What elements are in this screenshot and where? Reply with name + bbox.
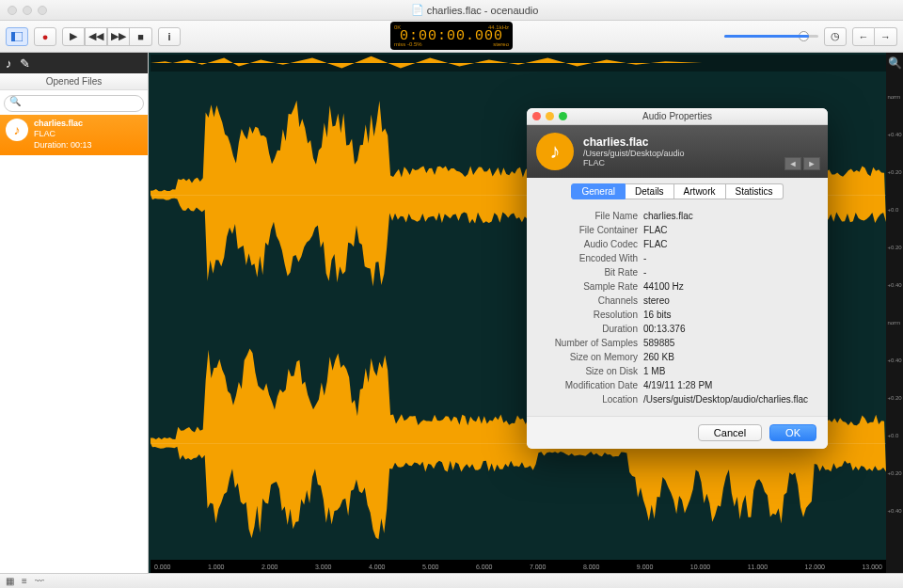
- next-file-button[interactable]: ►: [803, 157, 820, 170]
- property-value: 44100 Hz: [643, 281, 684, 292]
- history-button[interactable]: ◷: [824, 27, 847, 46]
- property-row: File ContainerFLAC: [540, 223, 815, 237]
- property-value: -: [643, 267, 646, 278]
- dialog-body: File Namecharlies.flacFile ContainerFLAC…: [527, 205, 828, 416]
- timeline-tick: 10.000: [690, 564, 710, 570]
- ruler-mark: +0.20: [887, 395, 901, 401]
- property-row: Size on Memory260 KB: [540, 350, 815, 364]
- property-label: Size on Memory: [540, 352, 643, 362]
- music-note-icon: ♪: [536, 133, 574, 170]
- ruler-mark: +0.20: [887, 470, 901, 476]
- files-tab-icon[interactable]: ♪: [6, 56, 12, 71]
- dialog-header: ♪ charlies.flac /Users/guist/Desktop/aud…: [527, 125, 828, 178]
- property-row: Channelsstereo: [540, 294, 815, 308]
- cancel-button[interactable]: Cancel: [698, 424, 762, 441]
- time-tl: 0K: [394, 24, 401, 30]
- dialog-zoom[interactable]: [559, 112, 567, 120]
- time-tr: 44.1kHz: [488, 24, 509, 30]
- ruler-mark: norm: [887, 94, 901, 100]
- timeline-tick: 7.000: [530, 564, 547, 570]
- timeline-ruler[interactable]: 0.0001.0002.0003.0004.0005.0006.0007.000…: [150, 560, 886, 573]
- property-row: Location/Users/guist/Desktop/audio/charl…: [540, 392, 815, 406]
- timeline-tick: 5.000: [422, 564, 439, 570]
- transport-group: ▶ ◀◀ ▶▶ ■: [62, 27, 152, 46]
- timeline-tick: 2.000: [261, 564, 278, 570]
- time-display: 0K 44.1kHz 0:00:00.000 miss -0.5% stereo: [390, 22, 513, 50]
- ok-button[interactable]: OK: [769, 424, 816, 441]
- ruler-mark: norm: [887, 320, 901, 326]
- volume-slider[interactable]: [724, 35, 818, 38]
- property-value: 1 MB: [643, 366, 665, 376]
- ruler-mark: +0.20: [887, 245, 901, 250]
- svg-rect-1: [11, 32, 15, 41]
- view-wave-icon[interactable]: 〰: [35, 576, 44, 586]
- edit-tab-icon[interactable]: ✎: [20, 56, 30, 71]
- sidebar-toggle[interactable]: [6, 27, 28, 46]
- file-name: charlies.flac: [34, 119, 92, 130]
- dialog-file-name: charlies.flac: [583, 135, 685, 149]
- property-value: charlies.flac: [643, 211, 693, 221]
- tab-statistics[interactable]: Statistics: [726, 183, 784, 199]
- dialog-tabs: GeneralDetailsArtworkStatistics: [527, 178, 828, 205]
- property-row: Sample Rate44100 Hz: [540, 279, 815, 294]
- timeline-tick: 0.000: [154, 564, 171, 570]
- ruler-mark: +0.40: [887, 132, 901, 137]
- tab-details[interactable]: Details: [626, 183, 674, 199]
- property-label: Audio Codec: [540, 239, 643, 249]
- window-title: charlies.flac - ocenaudio: [427, 5, 539, 16]
- tab-artwork[interactable]: Artwork: [674, 183, 726, 199]
- timeline-tick: 4.000: [369, 564, 386, 570]
- dialog-minimize[interactable]: [546, 112, 554, 120]
- ruler-mark: +0.0: [887, 207, 901, 213]
- property-row: Encoded With-: [540, 251, 815, 265]
- property-label: File Name: [540, 211, 643, 221]
- waveform-overview[interactable]: [150, 55, 886, 72]
- next-button[interactable]: →: [875, 27, 897, 46]
- prev-file-button[interactable]: ◄: [784, 157, 801, 170]
- ruler-mark: +0.40: [887, 508, 901, 514]
- timeline-tick: 11.000: [748, 564, 768, 570]
- sidebar-header: Opened Files: [0, 73, 148, 90]
- zoom-icon[interactable]: 🔍: [888, 56, 902, 70]
- property-value: 589885: [643, 338, 674, 348]
- close-window[interactable]: [8, 6, 17, 15]
- property-row: Number of Samples589885: [540, 336, 815, 350]
- property-value: 4/19/11 1:28 PM: [643, 380, 712, 390]
- view-list-icon[interactable]: ≡: [22, 576, 27, 586]
- property-label: Bit Rate: [540, 267, 643, 278]
- property-row: File Namecharlies.flac: [540, 209, 815, 223]
- minimize-window[interactable]: [23, 6, 32, 15]
- dialog-footer: Cancel OK: [527, 416, 828, 449]
- stop-button[interactable]: ■: [130, 27, 152, 46]
- info-button[interactable]: i: [158, 27, 181, 46]
- search-input[interactable]: [4, 95, 144, 112]
- rewind-button[interactable]: ◀◀: [85, 27, 107, 46]
- audio-properties-dialog: Audio Properties ♪ charlies.flac /Users/…: [527, 108, 828, 449]
- property-value: /Users/guist/Desktop/audio/charlies.flac: [643, 394, 808, 405]
- play-button[interactable]: ▶: [62, 27, 85, 46]
- property-label: Channels: [540, 295, 643, 306]
- dialog-titlebar[interactable]: Audio Properties: [527, 108, 828, 125]
- sidebar-tabs: ♪ ✎: [0, 53, 148, 73]
- timeline-tick: 3.000: [315, 564, 332, 570]
- zoom-window[interactable]: [38, 6, 47, 15]
- property-value: FLAC: [643, 225, 668, 235]
- record-button[interactable]: ●: [34, 27, 56, 46]
- prev-button[interactable]: ←: [852, 27, 875, 46]
- ruler-mark: +0.20: [887, 169, 901, 175]
- dialog-close[interactable]: [532, 112, 541, 120]
- time-bl: miss -0.5%: [394, 41, 422, 47]
- forward-button[interactable]: ▶▶: [107, 27, 130, 46]
- search-icon: 🔍: [9, 96, 21, 106]
- property-value: stereo: [643, 295, 670, 306]
- timeline-tick: 1.000: [208, 564, 225, 570]
- sidebar: ♪ ✎ Opened Files 🔍 ♪ charlies.flac FLAC …: [0, 53, 149, 573]
- view-grid-icon[interactable]: ▦: [6, 576, 14, 586]
- property-label: Duration: [540, 324, 643, 334]
- dialog-title: Audio Properties: [642, 111, 712, 121]
- tab-general[interactable]: General: [571, 183, 626, 199]
- ruler-mark: +0.40: [887, 358, 901, 363]
- property-row: Resolution16 bits: [540, 308, 815, 322]
- file-list-item[interactable]: ♪ charlies.flac FLAC Duration: 00:13: [0, 115, 148, 155]
- timeline-tick: 8.000: [583, 564, 600, 570]
